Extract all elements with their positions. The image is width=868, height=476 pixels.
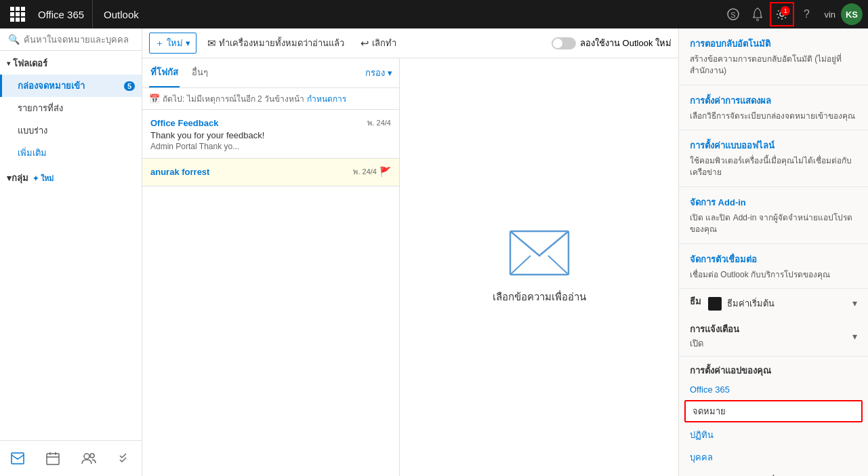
main-layout: 🔍 ▾ โฟลเดอร์ กล่องจดหมายเข้า 5 รายการที่…: [0, 28, 868, 476]
offline-item[interactable]: การตั้งค่าแบบออฟไลน์ ใช้คอมพิวเตอร์เครื่…: [679, 130, 868, 187]
topbar: Office 365 Outlook S 1 ? vin KS: [0, 0, 868, 28]
offline-desc: ใช้คอมพิวเตอร์เครื่องนี้เมื่อคุณไม่ได้เช…: [690, 155, 857, 178]
folders-label: โฟลเดอร์: [13, 56, 47, 71]
office365-link: Office 365: [690, 384, 730, 395]
email-subject-0: Thank you for your feedback!: [150, 130, 391, 140]
waffle-icon[interactable]: [5, 2, 30, 26]
addin-title: จัดการ Add-in: [690, 195, 857, 210]
new-button[interactable]: ＋ ใหม่ ▾: [149, 33, 197, 54]
svg-text:S: S: [731, 11, 736, 19]
addin-item[interactable]: จัดการ Add-in เปิด และปิด Add-in จากผู้จ…: [679, 187, 868, 244]
notification-expand-icon[interactable]: ▾: [852, 331, 857, 342]
app-link-mail[interactable]: จดหมาย: [684, 400, 863, 422]
groups-label: กลุ่ม: [12, 171, 28, 185]
theme-expand-icon[interactable]: ▾: [852, 298, 857, 309]
inbox-label: กล่องจดหมายเข้า: [18, 79, 85, 93]
sidebar-item-draft[interactable]: แบบร่าง: [0, 119, 142, 142]
new-dropdown-arrow: ▾: [186, 38, 190, 48]
avatar[interactable]: KS: [841, 3, 863, 25]
more-label: เพิ่มเติม: [18, 146, 47, 160]
sidebar-search: 🔍: [0, 28, 142, 51]
app-link-office365[interactable]: Office 365: [679, 380, 868, 399]
folders-header[interactable]: ▾ โฟลเดอร์: [0, 52, 142, 75]
envelope-icon: [509, 230, 570, 278]
svg-rect-5: [47, 454, 59, 464]
svg-rect-4: [12, 453, 24, 464]
skype-icon[interactable]: S: [721, 2, 745, 26]
auto-reply-item[interactable]: การตอบกลับอัตโนมัติ สร้างข้อความการตอบกล…: [679, 28, 868, 85]
calendar-link: ปฏิทิน: [690, 430, 714, 440]
email-filter-bar: 📅 ถัดไป: ไม่มีเหตุการณ์ในอีก 2 วันข้างหน…: [142, 88, 399, 110]
email-item-0[interactable]: Office Feedback พ. 24/4 Thank you for yo…: [142, 110, 399, 159]
email-empty: เลือกข้อความเพื่ออ่าน: [493, 230, 586, 305]
tasks-nav-icon[interactable]: [112, 446, 136, 471]
svg-point-7: [90, 454, 94, 458]
filter-text: ถัดไป: ไม่มีเหตุการณ์ในอีก 2 วันข้างหน้า: [163, 92, 304, 105]
groups-new: ใหม่: [33, 172, 54, 184]
display-settings-desc: เลือกวิธีการจัดระเบียบกล่องจดหมายเข้าของ…: [690, 111, 857, 122]
connector-desc: เชื่อมต่อ Outlook กับบริการโปรดของคุณ: [690, 269, 857, 281]
filter-arrow: ▾: [388, 68, 392, 78]
search-icon: 🔍: [8, 34, 20, 45]
theme-value: ธีมค่าเริ่มต้น: [727, 296, 774, 311]
auto-reply-desc: สร้างข้อความการตอบกลับอัตโนมัติ (ไม่อยู่…: [690, 54, 857, 77]
connector-title: จัดการตัวเชื่อมต่อ: [690, 252, 857, 266]
offline-title: การตั้งค่าแบบออฟไลน์: [690, 138, 857, 153]
right-panel: การตอบกลับอัตโนมัติ สร้างข้อความการตอบกล…: [678, 28, 868, 476]
main-content: ＋ ใหม่ ▾ ✉ ทำเครื่องหมายทั้งหมดว่าอ่านแล…: [142, 28, 678, 476]
gear-icon[interactable]: 1: [770, 2, 794, 26]
mark-read-button[interactable]: ✉ ทำเครื่องหมายทั้งหมดว่าอ่านแล้ว: [202, 33, 350, 53]
email-list-tabs: ที่โฟกัส อื่นๆ กรอง ▾: [142, 58, 399, 88]
email-view: เลือกข้อความเพื่ออ่าน: [400, 58, 678, 476]
calendar-nav-icon[interactable]: [41, 446, 65, 471]
app-name: Office 365: [30, 0, 93, 28]
try-new-switch[interactable]: [552, 37, 576, 49]
sidebar-item-inbox[interactable]: กล่องจดหมายเข้า 5: [0, 75, 142, 97]
theme-swatch: [708, 297, 722, 311]
mark-read-label: ทำเครื่องหมายทั้งหมดว่าอ่านแล้ว: [219, 36, 344, 50]
undo-icon: ↩: [360, 37, 369, 49]
undo-label: เลิกทำ: [372, 36, 396, 50]
gear-badge: 1: [781, 6, 790, 16]
notification-value: เปิด: [690, 336, 846, 351]
tab-focused[interactable]: ที่โฟกัส: [149, 58, 180, 87]
tab-other[interactable]: อื่นๆ: [190, 58, 209, 87]
app-settings-label: การตั้งค่าแอปของคุณ: [679, 357, 868, 380]
sidebar-bottom-nav: [0, 440, 142, 476]
groups-header[interactable]: ▾ กลุ่ม ใหม่: [0, 167, 142, 189]
try-new-label: ลองใช้งาน Outlook ใหม่: [580, 36, 671, 50]
email-time-0: พ. 24/4: [367, 117, 391, 129]
sidebar-item-more[interactable]: เพิ่มเติม: [0, 142, 142, 164]
email-list: ที่โฟกัส อื่นๆ กรอง ▾ 📅 ถัดไป: ไม่มีเหตุ…: [142, 58, 400, 476]
people-nav-icon[interactable]: [77, 446, 101, 471]
search-input[interactable]: [24, 35, 138, 45]
app-link-contacts[interactable]: บุคคล: [679, 446, 868, 469]
mail-nav-icon[interactable]: [5, 446, 30, 471]
undo-button[interactable]: ↩ เลิกทำ: [355, 33, 402, 53]
folders-chevron: ▾: [7, 60, 10, 67]
sidebar-item-sent[interactable]: รายการที่ส่ง: [0, 97, 142, 119]
notification-section: การแจ้งเตือน เปิด ▾: [679, 317, 868, 357]
email-item-1[interactable]: anurak forrest พ. 24/4 🚩: [142, 159, 399, 186]
outlook-label: Outlook: [93, 9, 150, 20]
addin-desc: เปิด และปิด Add-in จากผู้จัดจำหน่ายแอปโป…: [690, 212, 857, 235]
help-icon[interactable]: ?: [794, 2, 819, 26]
theme-label: ธีม: [690, 294, 701, 311]
sidebar-section-groups: ▾ กลุ่ม ใหม่: [0, 165, 142, 191]
svg-point-2: [757, 19, 759, 21]
calendar-icon: 📅: [149, 94, 160, 104]
sent-label: รายการที่ส่ง: [18, 101, 63, 115]
notification-icon[interactable]: [745, 2, 770, 26]
app-link-calendar[interactable]: ปฏิทิน: [679, 424, 868, 446]
filter-button[interactable]: กรอง ▾: [365, 66, 392, 80]
connector-item[interactable]: จัดการตัวเชื่อมต่อ เชื่อมต่อ Outlook กับ…: [679, 244, 868, 290]
notification-label: การแจ้งเตือน: [690, 322, 846, 336]
flag-icon-1: 🚩: [379, 166, 391, 177]
new-label: ใหม่: [167, 36, 183, 50]
new-plus-icon: ＋: [155, 37, 164, 49]
schedule-link[interactable]: กำหนดการ: [307, 92, 346, 105]
email-empty-text: เลือกข้อความเพื่ออ่าน: [493, 289, 586, 305]
scroll-up-button[interactable]: ▲: [679, 469, 868, 476]
display-settings-item[interactable]: การตั้งค่าการแสดงผล เลือกวิธีการจัดระเบี…: [679, 85, 868, 131]
email-sender-0: Office Feedback: [150, 118, 367, 128]
